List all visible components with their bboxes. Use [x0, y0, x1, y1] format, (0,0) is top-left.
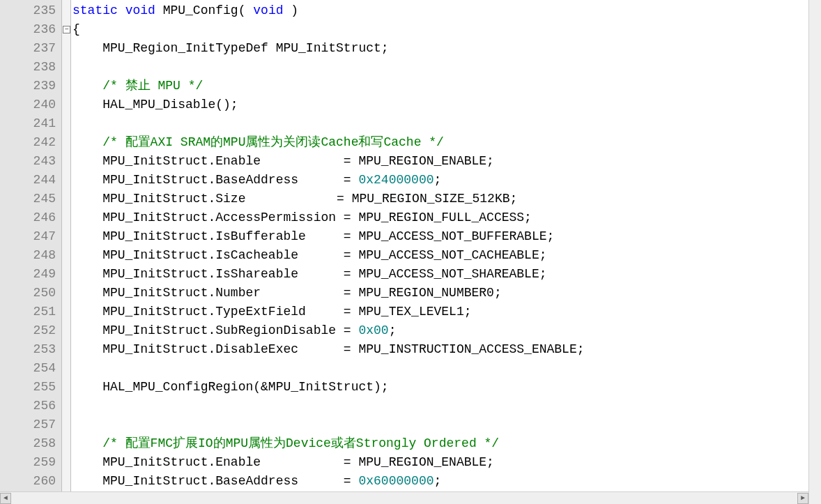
token-plain: [72, 79, 102, 93]
code-line[interactable]: MPU_InitStruct.Enable = MPU_REGION_ENABL…: [72, 152, 808, 171]
token-plain: MPU_InitStruct.Enable = MPU_REGION_ENABL…: [72, 455, 494, 469]
fold-column[interactable]: −: [61, 0, 71, 504]
line-number-gutter: 2352362372382392402412422432442452462472…: [0, 0, 61, 504]
token-num: 0x00: [358, 323, 388, 337]
code-line[interactable]: [72, 359, 808, 378]
token-plain: MPU_InitStruct.TypeExtField = MPU_TEX_LE…: [72, 305, 472, 319]
code-line[interactable]: {: [72, 20, 808, 39]
token-plain: MPU_InitStruct.BaseAddress =: [72, 173, 358, 187]
line-number: 255: [0, 378, 61, 397]
token-plain: ;: [389, 323, 397, 337]
code-line[interactable]: /* 配置AXI SRAM的MPU属性为关闭读Cache和写Cache */: [72, 133, 808, 152]
code-line[interactable]: MPU_InitStruct.AccessPermission = MPU_RE…: [72, 208, 808, 227]
code-line[interactable]: HAL_MPU_ConfigRegion(&MPU_InitStruct);: [72, 378, 808, 397]
code-line[interactable]: MPU_InitStruct.BaseAddress = 0x24000000;: [72, 171, 808, 190]
line-number: 253: [0, 340, 61, 359]
code-line[interactable]: [72, 397, 808, 415]
code-line[interactable]: [72, 58, 808, 77]
line-number: 235: [0, 1, 61, 20]
token-plain: [72, 135, 102, 149]
line-number: 254: [0, 359, 61, 378]
token-cmt: /* 禁止 MPU */: [102, 79, 203, 93]
token-plain: = MPU_REGION_SIZE_512KB;: [246, 192, 517, 206]
line-number: 243: [0, 152, 61, 171]
line-number: 250: [0, 284, 61, 303]
line-number: 242: [0, 133, 61, 152]
line-number: 239: [0, 77, 61, 96]
line-number: 256: [0, 397, 61, 415]
line-number: 241: [0, 114, 61, 133]
token-kw: static: [72, 3, 118, 17]
code-line[interactable]: MPU_InitStruct.BaseAddress = 0x60000000;: [72, 472, 808, 491]
token-plain: HAL_MPU_Disable();: [72, 98, 238, 112]
line-number: 244: [0, 171, 61, 190]
scroll-left-button[interactable]: ◄: [0, 493, 11, 504]
token-plain: {: [72, 22, 80, 36]
code-line[interactable]: MPU_InitStruct.SubRegionDisable = 0x00;: [72, 321, 808, 340]
token-plain: MPU_Config(: [155, 3, 253, 17]
scroll-right-button[interactable]: ►: [797, 493, 808, 504]
line-number: 237: [0, 39, 61, 58]
line-number: 238: [0, 58, 61, 77]
token-cmt: /* 配置AXI SRAM的MPU属性为关闭读Cache和写Cache */: [102, 135, 444, 149]
code-line[interactable]: [72, 415, 808, 434]
code-line[interactable]: MPU_InitStruct.DisableExec = MPU_INSTRUC…: [72, 340, 808, 359]
token-plain: MPU_InitStruct.IsCacheable = MPU_ACCESS_…: [72, 248, 547, 262]
token-plain: MPU_InitStruct.Size: [72, 192, 245, 206]
token-plain: [118, 3, 125, 17]
token-plain: MPU_InitStruct.IsBufferable = MPU_ACCESS…: [72, 229, 554, 243]
horizontal-scrollbar[interactable]: ◄ ►: [0, 491, 808, 504]
token-plain: ): [284, 3, 299, 17]
code-line[interactable]: [72, 114, 808, 133]
token-plain: MPU_InitStruct.DisableExec = MPU_INSTRUC…: [72, 342, 585, 356]
token-plain: MPU_InitStruct.AccessPermission = MPU_RE…: [72, 211, 532, 224]
code-line[interactable]: static void MPU_Config( void ): [72, 1, 808, 20]
line-number: 245: [0, 190, 61, 208]
token-plain: ;: [434, 173, 442, 187]
line-number: 249: [0, 265, 61, 284]
token-plain: MPU_InitStruct.Enable = MPU_REGION_ENABL…: [72, 154, 494, 168]
token-plain: MPU_InitStruct.Number = MPU_REGION_NUMBE…: [72, 286, 502, 300]
token-plain: HAL_MPU_ConfigRegion(&MPU_InitStruct);: [72, 380, 389, 394]
token-num: 0x60000000: [358, 474, 433, 488]
code-line[interactable]: MPU_InitStruct.Enable = MPU_REGION_ENABL…: [72, 453, 808, 472]
token-kw: void: [125, 3, 155, 17]
code-line[interactable]: MPU_Region_InitTypeDef MPU_InitStruct;: [72, 39, 808, 58]
token-plain: [72, 436, 102, 450]
code-line[interactable]: MPU_InitStruct.TypeExtField = MPU_TEX_LE…: [72, 303, 808, 321]
line-number: 236: [0, 20, 61, 39]
code-editor[interactable]: 2352362372382392402412422432442452462472…: [0, 0, 821, 504]
token-kw: void: [253, 3, 283, 17]
line-number: 251: [0, 303, 61, 321]
code-line[interactable]: MPU_InitStruct.Number = MPU_REGION_NUMBE…: [72, 284, 808, 303]
line-number: 246: [0, 208, 61, 227]
line-number: 257: [0, 415, 61, 434]
code-line[interactable]: MPU_InitStruct.Size = MPU_REGION_SIZE_51…: [72, 190, 808, 208]
line-number: 248: [0, 246, 61, 265]
code-area[interactable]: static void MPU_Config( void ){ MPU_Regi…: [71, 0, 808, 504]
token-num: 0x24000000: [358, 173, 433, 187]
token-plain: MPU_InitStruct.BaseAddress =: [72, 474, 358, 488]
token-cmt: /* 配置FMC扩展IO的MPU属性为Device或者Strongly Orde…: [102, 436, 499, 450]
line-number: 260: [0, 472, 61, 491]
line-number: 252: [0, 321, 61, 340]
code-line[interactable]: /* 配置FMC扩展IO的MPU属性为Device或者Strongly Orde…: [72, 434, 808, 453]
line-number: 258: [0, 434, 61, 453]
line-number: 259: [0, 453, 61, 472]
token-plain: ;: [434, 474, 442, 488]
line-number: 240: [0, 96, 61, 114]
code-line[interactable]: MPU_InitStruct.IsBufferable = MPU_ACCESS…: [72, 227, 808, 246]
line-number: 247: [0, 227, 61, 246]
code-line[interactable]: MPU_InitStruct.IsShareable = MPU_ACCESS_…: [72, 265, 808, 284]
fold-toggle-icon[interactable]: −: [63, 26, 70, 33]
token-plain: [72, 418, 102, 432]
code-line[interactable]: HAL_MPU_Disable();: [72, 96, 808, 114]
code-line[interactable]: MPU_InitStruct.IsCacheable = MPU_ACCESS_…: [72, 246, 808, 265]
token-plain: MPU_InitStruct.IsShareable = MPU_ACCESS_…: [72, 267, 547, 281]
code-line[interactable]: /* 禁止 MPU */: [72, 77, 808, 96]
token-plain: MPU_Region_InitTypeDef MPU_InitStruct;: [72, 41, 389, 55]
token-plain: MPU_InitStruct.SubRegionDisable =: [72, 323, 358, 337]
vertical-scrollbar[interactable]: [808, 0, 821, 504]
token-plain: [72, 399, 102, 413]
